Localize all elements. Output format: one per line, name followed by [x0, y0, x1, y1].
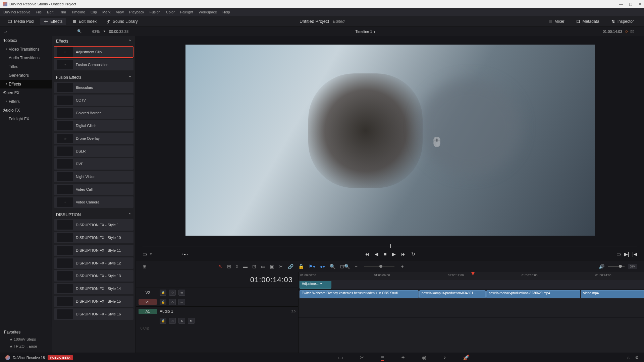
lock-icon[interactable]: 🔒 [160, 318, 166, 324]
menu-help[interactable]: Help [222, 10, 230, 14]
selection-tool[interactable]: ↖ [218, 264, 222, 269]
next-edit-icon[interactable]: ▶| [624, 251, 629, 257]
dim-button[interactable]: DIM [628, 264, 638, 269]
effect-drone-overlay[interactable]: ◎Drone Overlay [54, 133, 133, 144]
home-button[interactable]: ⌂ [627, 355, 630, 360]
menu-clip[interactable]: Clip [91, 10, 97, 14]
menu-workspace[interactable]: Workspace [199, 10, 217, 14]
flag-tool[interactable]: ⚑▾ [309, 264, 315, 269]
metadata-button[interactable]: Metadata [573, 18, 603, 25]
effect-cctv[interactable]: CCTV [54, 95, 133, 106]
sidebar-audio-transitions[interactable]: Audio Transitions [0, 54, 52, 62]
sidebar-fairlightfx[interactable]: Fairlight FX [0, 115, 52, 123]
timeline-viewer[interactable]: 🖱️ [136, 36, 644, 244]
zoom-in-button[interactable]: + [401, 264, 404, 269]
lock-icon[interactable]: 🔒 [160, 299, 166, 305]
chevron-down-icon[interactable]: ▼ [103, 30, 106, 33]
effect-binoculars[interactable]: Binoculars [54, 82, 133, 93]
edit-index-button[interactable]: Edit Index [69, 18, 100, 25]
effect-disruption-1[interactable]: DISRUPTION FX - Style 1 [54, 219, 133, 231]
effect-dslr[interactable]: DSLR [54, 145, 133, 157]
collapse-icon[interactable]: ⌃ [128, 75, 131, 80]
effect-night-vision[interactable]: Night Vision [54, 171, 133, 182]
clip-kampus[interactable]: pexels-kampus-production-834891... [419, 290, 486, 298]
search-icon[interactable]: 🔍 [77, 29, 82, 34]
clip-rodnae[interactable]: pexels-rodnae-productions-8230629.mp4 [486, 290, 580, 298]
chevron-down-icon[interactable]: ▼ [150, 253, 152, 256]
track-v1[interactable]: Twitch Webcam Overlay kostenlos herunter… [299, 290, 644, 299]
timeline-ruler[interactable]: 01:00:00:00 01:00:06:00 01:00:12:00 01:0… [299, 272, 644, 280]
clip-video[interactable]: video.mp4 [581, 290, 644, 298]
effect-disruption-16[interactable]: DISRUPTION FX - Style 16 [54, 308, 133, 320]
cut-page[interactable]: ✂ [360, 354, 364, 361]
lock-tool[interactable]: 🔒 [298, 264, 304, 269]
track-v2[interactable]: Adjustme... ✦ [299, 280, 644, 290]
bypass-icon[interactable]: ◇ [625, 29, 628, 34]
timeline-name[interactable]: Timeline 1 [355, 29, 372, 34]
effect-colored-border[interactable]: Colored Border [54, 107, 133, 119]
track-head-v2[interactable]: V2🔒◇▭ [136, 288, 298, 297]
menu-file[interactable]: File [36, 10, 42, 14]
clip-adjustment[interactable]: Adjustme... ✦ [300, 281, 331, 289]
menu-color[interactable]: Color [166, 10, 175, 14]
effect-video-call[interactable]: Video Call [54, 184, 133, 195]
effect-video-camera[interactable]: +Video Camera [54, 196, 133, 208]
fairlight-page[interactable]: ♪ [443, 354, 446, 361]
auto-select-icon[interactable]: ◇ [169, 290, 176, 296]
audiofx-header[interactable]: ▾Audio FX [0, 106, 52, 115]
chevron-down-icon[interactable]: ▼ [373, 31, 376, 34]
clip-twitch[interactable]: Twitch Webcam Overlay kostenlos herunter… [300, 290, 419, 298]
menu-trim[interactable]: Trim [59, 10, 66, 14]
track-a1[interactable] [299, 299, 644, 318]
options-icon[interactable]: ⋯ [637, 29, 641, 34]
crop-mode-icon[interactable]: ▭ [143, 251, 147, 257]
zoom-out-button[interactable]: − [355, 264, 357, 269]
track-head-a1-controls[interactable]: 🔒◇SM [136, 316, 298, 325]
effect-fusion-composition[interactable]: ✦Fusion Composition [54, 59, 133, 70]
menu-timeline[interactable]: Timeline [71, 10, 85, 14]
overwrite-tool[interactable]: ▭ [261, 264, 265, 269]
volume-slider[interactable] [608, 266, 625, 267]
edit-page[interactable]: ≡ [381, 354, 384, 361]
auto-select-icon[interactable]: ◇ [169, 318, 176, 324]
mute-button[interactable]: M [188, 318, 195, 324]
first-frame-button[interactable]: ⏮ [365, 251, 369, 257]
volume-icon[interactable]: 🔊 [599, 264, 604, 269]
effect-disruption-15[interactable]: DISRUPTION FX - Style 15 [54, 296, 133, 307]
menu-edit[interactable]: Edit [47, 10, 53, 14]
replace-tool[interactable]: ▣ [270, 264, 274, 269]
mixer-button[interactable]: Mixer [544, 18, 568, 25]
effect-adjustment-clip[interactable]: ▭Adjustment Clip [54, 46, 133, 58]
options-icon[interactable]: ⋯ [85, 29, 89, 34]
collapse-icon[interactable]: ⌃ [128, 39, 131, 44]
zoom-search-tool[interactable]: ⊡🔍 [340, 264, 350, 269]
match-frame-icon[interactable]: ‹ ● › [182, 252, 188, 256]
solo-button[interactable]: S [178, 318, 185, 324]
track-head-v1[interactable]: V1🔒◇▭ [136, 297, 298, 306]
zoom-percent[interactable]: 63% [92, 29, 100, 34]
openfx-header[interactable]: ▾Open FX [0, 88, 52, 97]
minimize-button[interactable]: — [619, 2, 623, 6]
favorite-tpzo[interactable]: ★ TP ZO... Ease [4, 343, 48, 350]
insert-tool[interactable]: ⊡ [252, 264, 256, 269]
prev-edit-icon[interactable]: |◀ [632, 251, 637, 257]
marker-tool[interactable]: ●▾ [320, 264, 325, 269]
sidebar-filters[interactable]: ›Filters [0, 97, 52, 106]
thumbnail-icon[interactable]: ▭ [178, 290, 185, 296]
menu-fusion[interactable]: Fusion [150, 10, 161, 14]
menu-fairlight[interactable]: Fairlight [180, 10, 193, 14]
dynamic-trim-tool[interactable]: ◊ [236, 264, 238, 269]
effect-disruption-10[interactable]: DISRUPTION FX - Style 10 [54, 232, 133, 243]
lock-icon[interactable]: 🔒 [160, 290, 166, 296]
auto-select-icon[interactable]: ◇ [169, 299, 176, 305]
maximize-button[interactable]: ▢ [629, 2, 632, 6]
effects-button[interactable]: Effects [40, 18, 66, 25]
effect-disruption-13[interactable]: DISRUPTION FX - Style 13 [54, 270, 133, 282]
collapse-icon[interactable]: ⌃ [128, 213, 131, 217]
viewer-scrubber[interactable] [143, 244, 637, 248]
close-button[interactable]: ✕ [638, 2, 641, 6]
effect-disruption-12[interactable]: DISRUPTION FX - Style 12 [54, 257, 133, 269]
tools-grid-icon[interactable]: ⊞ [143, 264, 147, 269]
sidebar-titles[interactable]: Titles [0, 62, 52, 71]
last-frame-button[interactable]: ⏭ [401, 251, 406, 257]
